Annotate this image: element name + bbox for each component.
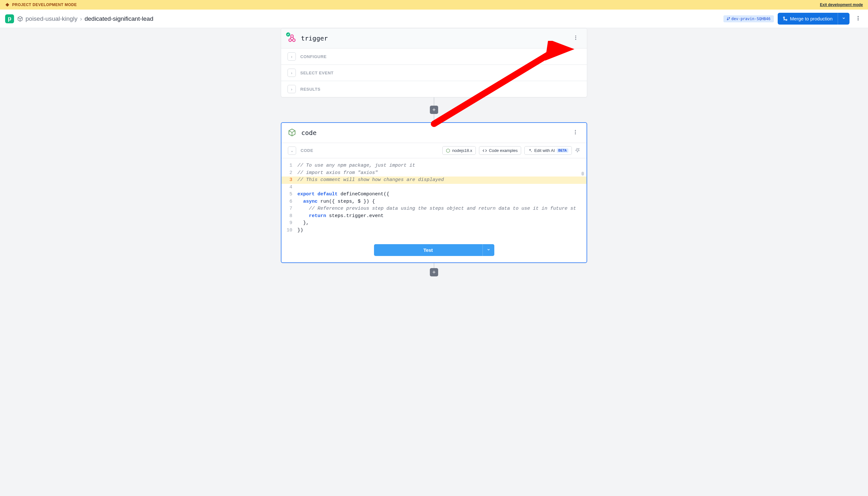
configure-section[interactable]: › CONFIGURE (281, 48, 587, 64)
code-line[interactable]: 3// This comment will show how changes a… (282, 176, 586, 184)
header-menu-button[interactable] (853, 13, 863, 24)
expand-select-event-button[interactable]: › (287, 68, 296, 77)
select-event-section[interactable]: › SELECT EVENT (281, 64, 587, 81)
code-editor[interactable]: 1// To use any npm package, just import … (282, 158, 586, 238)
svg-point-12 (289, 39, 291, 42)
add-step-button[interactable]: + (430, 268, 438, 276)
trigger-title: trigger (301, 34, 328, 42)
git-merge-icon (783, 16, 788, 21)
nodejs-icon (288, 128, 297, 137)
code-toolbar: ⌄ CODE nodejs18.x Code examples Edit wit… (282, 143, 586, 158)
cube-icon (17, 16, 23, 22)
dev-mode-banner: PROJECT DEVELOPMENT MODE Exit developmen… (0, 0, 868, 10)
breadcrumb-parent[interactable]: poised-usual-kingly (26, 15, 78, 22)
workflow-canvas: trigger › CONFIGURE › SELECT EVENT › RES… (0, 28, 868, 283)
svg-point-14 (291, 35, 293, 37)
svg-point-7 (858, 19, 859, 20)
expand-results-button[interactable]: › (287, 85, 296, 93)
webhook-icon (287, 34, 297, 43)
exit-dev-mode-link[interactable]: Exit development mode (820, 2, 863, 7)
code-section-label: CODE (301, 148, 313, 153)
svg-point-19 (575, 130, 576, 131)
test-dropdown-button[interactable] (483, 244, 494, 256)
add-step-button[interactable]: + (430, 106, 438, 114)
svg-point-13 (293, 39, 295, 42)
trigger-menu-button[interactable] (571, 33, 581, 44)
code-line[interactable]: 9 }, (282, 220, 586, 227)
code-line[interactable]: 8 return steps.trigger.event (282, 213, 586, 220)
beta-badge: BETA (557, 149, 568, 153)
trigger-header[interactable]: trigger (281, 28, 587, 48)
svg-point-16 (575, 35, 576, 36)
trigger-step-card: trigger › CONFIGURE › SELECT EVENT › RES… (281, 28, 587, 97)
code-line[interactable]: 1// To use any npm package, just import … (282, 162, 586, 170)
runtime-selector[interactable]: nodejs18.x (442, 146, 476, 155)
code-examples-button[interactable]: Code examples (479, 146, 521, 155)
svg-point-4 (783, 17, 784, 18)
scrollbar-indicator (581, 172, 584, 175)
kebab-icon (855, 15, 861, 21)
svg-point-21 (575, 134, 576, 134)
svg-point-18 (575, 39, 576, 40)
branch-badge[interactable]: dev-pravin-SQHB46 (723, 15, 774, 22)
nodejs-icon (446, 149, 450, 153)
code-line[interactable]: 6 async run({ steps, $ }) { (282, 198, 586, 205)
pin-button[interactable] (575, 148, 580, 154)
code-menu-button[interactable] (571, 127, 580, 138)
code-icon (483, 149, 487, 153)
kebab-icon (573, 35, 579, 41)
code-title: code (301, 129, 317, 137)
code-header[interactable]: code (282, 123, 586, 143)
code-line[interactable]: 5export default defineComponent({ (282, 191, 586, 198)
logo[interactable]: p (5, 14, 14, 23)
kebab-icon (572, 129, 578, 135)
expand-configure-button[interactable]: › (287, 52, 296, 61)
breadcrumb-separator: › (80, 15, 82, 22)
merge-dropdown-button[interactable] (838, 13, 850, 25)
step-connector (434, 97, 434, 106)
edit-with-ai-button[interactable]: Edit with AI BETA (524, 146, 572, 155)
svg-point-2 (727, 19, 728, 20)
code-step-card: code ⌄ CODE nodejs18.x Code examples (281, 122, 587, 263)
code-line[interactable]: 4 (282, 184, 586, 191)
svg-point-6 (858, 18, 859, 18)
chevron-down-icon (487, 248, 490, 251)
collapse-code-button[interactable]: ⌄ (288, 146, 296, 155)
step-connector (434, 113, 434, 122)
svg-point-17 (575, 37, 576, 38)
breadcrumb-current: dedicated-significant-lead (84, 15, 153, 22)
breadcrumb: poised-usual-kingly › dedicated-signific… (17, 15, 153, 22)
git-branch-icon (727, 17, 730, 20)
svg-point-3 (786, 19, 787, 20)
svg-point-5 (858, 16, 859, 17)
dev-mode-icon (5, 2, 10, 7)
svg-point-1 (729, 17, 730, 18)
results-section[interactable]: › RESULTS (281, 81, 587, 97)
test-button[interactable]: Test (374, 244, 483, 256)
code-line[interactable]: 7 // Reference previous step data using … (282, 205, 586, 213)
sparkle-icon (528, 149, 532, 153)
merge-to-production-button[interactable]: Merge to production (778, 13, 838, 25)
header: p poised-usual-kingly › dedicated-signif… (0, 10, 868, 28)
chevron-down-icon (842, 16, 846, 20)
pin-icon (575, 148, 580, 153)
code-line[interactable]: 2// import axios from "axios" (282, 170, 586, 177)
code-line[interactable]: 10}) (282, 227, 586, 234)
svg-point-20 (575, 132, 576, 133)
dev-mode-label: PROJECT DEVELOPMENT MODE (5, 2, 77, 7)
